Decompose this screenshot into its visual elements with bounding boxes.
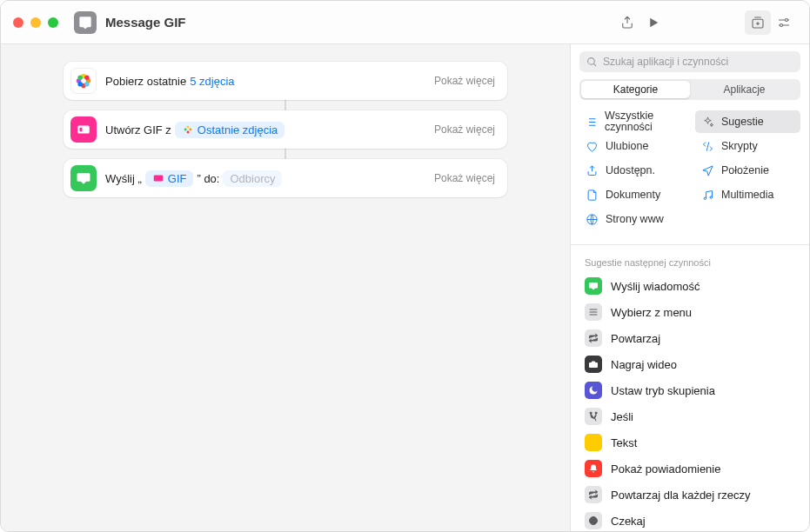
svg-point-21 (592, 364, 595, 367)
messages-icon (70, 165, 97, 191)
category-suggestions[interactable]: Sugestie (695, 110, 800, 133)
step-get-latest-photos[interactable]: Pobierz ostatnie 5 zdjęcia Pokaż więcej (64, 62, 507, 100)
category-sharing[interactable]: Udostępn. (579, 159, 685, 182)
svg-point-19 (710, 196, 713, 198)
web-icon (585, 212, 599, 226)
minimize-window[interactable] (30, 17, 41, 28)
show-more[interactable]: Pokaż więcej (434, 123, 495, 136)
media-icon (700, 188, 714, 202)
scripting-icon (700, 139, 714, 153)
step-label: Utwórz GIF z (105, 123, 171, 136)
show-more[interactable]: Pokaż więcej (434, 172, 495, 184)
repeat-icon (585, 329, 602, 347)
titlebar: Message GIF (1, 1, 809, 44)
share-button[interactable] (614, 10, 640, 35)
latest-photos-token[interactable]: Ostatnie zdjęcia (175, 122, 285, 138)
zoom-window[interactable] (48, 17, 58, 28)
window-title: Message GIF (105, 15, 186, 30)
svg-rect-11 (77, 126, 90, 134)
action-label: Powtarzaj dla każdej rzeczy (611, 489, 750, 502)
step-make-gif[interactable]: Utwórz GIF z Ostatnie zdjęcia Pokaż więc… (64, 110, 507, 149)
action-label: Wybierz z menu (611, 306, 692, 319)
show-more[interactable]: Pokaż więcej (434, 75, 495, 87)
action-item[interactable]: Pokaż powiadomienie (571, 456, 809, 482)
svg-rect-17 (154, 176, 164, 182)
suggestions-header: Sugestie następnej czynności (571, 250, 809, 273)
shortcut-canvas[interactable]: Pobierz ostatnie 5 zdjęcia Pokaż więcej … (1, 44, 570, 531)
category-location[interactable]: Położenie (695, 159, 800, 182)
action-item[interactable]: Powtarzaj dla każdej rzeczy (571, 482, 809, 508)
tab-categories[interactable]: Kategorie (581, 81, 690, 98)
action-item[interactable]: Nagraj wideo (571, 351, 809, 377)
category-favorites[interactable]: Ulubione (579, 135, 685, 157)
svg-point-22 (590, 412, 592, 414)
step-label: Pobierz ostatnie (105, 75, 186, 88)
action-label: Jeśli (611, 410, 633, 423)
clock-icon (585, 512, 602, 529)
photos-icon (70, 68, 97, 94)
svg-point-15 (186, 130, 189, 133)
svg-point-2 (780, 23, 783, 26)
action-label: Wyślij wiadomość (611, 280, 700, 293)
svg-point-1 (786, 18, 788, 21)
action-list: Wyślij wiadomość Wybierz z menu Powtarza… (571, 273, 809, 531)
category-scripting[interactable]: Skrypty (695, 135, 800, 157)
svg-point-16 (184, 129, 186, 131)
bell-icon (585, 460, 602, 477)
category-grid: Wszystkie czynności Sugestie Ulubione Sk… (579, 110, 800, 230)
library-tabs: Kategorie Aplikacje (579, 79, 800, 100)
category-web[interactable]: Strony www (579, 208, 685, 230)
run-button[interactable] (640, 10, 666, 35)
moon-icon (585, 382, 602, 399)
search-icon (586, 57, 598, 68)
category-all[interactable]: Wszystkie czynności (579, 110, 685, 133)
svg-point-8 (84, 75, 90, 80)
search-field[interactable] (579, 51, 800, 72)
share-icon (585, 163, 599, 177)
action-item[interactable]: Tekst (571, 429, 809, 456)
photo-count-token[interactable]: 5 zdjęcia (190, 73, 234, 90)
action-label: Nagraj wideo (611, 358, 677, 371)
svg-point-10 (77, 82, 83, 87)
svg-point-13 (186, 126, 189, 129)
action-label: Tekst (611, 436, 637, 449)
tab-apps[interactable]: Aplikacje (690, 81, 799, 98)
close-window[interactable] (13, 17, 23, 28)
gif-variable-token[interactable]: GIF (145, 170, 194, 187)
gif-action-icon (70, 116, 97, 143)
camera-icon (585, 356, 602, 373)
step-label: Wyślij „ (105, 172, 142, 185)
action-item[interactable]: Jeśli (571, 403, 809, 429)
action-item[interactable]: Ustaw tryb skupienia (571, 377, 809, 403)
svg-point-9 (84, 82, 90, 87)
svg-point-14 (189, 129, 191, 131)
library-toggle[interactable] (745, 10, 771, 35)
svg-point-18 (704, 197, 706, 200)
category-documents[interactable]: Dokumenty (579, 183, 685, 206)
action-item[interactable]: Czekaj (571, 508, 809, 531)
action-item[interactable]: Wybierz z menu (571, 299, 809, 325)
connector (285, 100, 286, 110)
list-icon (585, 115, 598, 129)
action-label: Ustaw tryb skupienia (611, 384, 715, 397)
recipients-field[interactable]: Odbiorcy (223, 170, 282, 187)
branch-icon (585, 408, 602, 425)
document-icon (585, 188, 599, 202)
svg-rect-12 (80, 128, 83, 132)
svg-point-7 (77, 75, 83, 80)
search-input[interactable] (603, 56, 793, 68)
action-item[interactable]: Powtarzaj (571, 325, 809, 351)
shortcut-icon (74, 11, 97, 34)
settings-button[interactable] (771, 10, 797, 35)
repeat-icon (585, 486, 602, 503)
action-item[interactable]: Wyślij wiadomość (571, 273, 809, 299)
window-controls (13, 17, 58, 28)
step-send-message[interactable]: Wyślij „ GIF ” do: Odbiorcy Pokaż więcej (64, 159, 507, 197)
step-label: ” do: (197, 172, 219, 185)
library-sidebar: Kategorie Aplikacje Wszystkie czynności … (570, 44, 809, 531)
category-media[interactable]: Multimedia (695, 183, 800, 206)
app-window: Message GIF (0, 0, 810, 532)
heart-icon (585, 139, 599, 153)
divider (571, 244, 809, 245)
action-label: Czekaj (611, 515, 646, 528)
